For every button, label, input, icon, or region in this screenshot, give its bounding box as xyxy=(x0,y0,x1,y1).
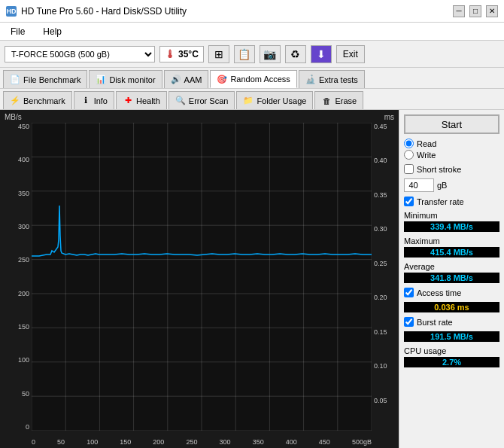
stroke-unit: gB xyxy=(437,181,447,190)
tab-aam-label: AAM xyxy=(184,75,202,84)
tab-row-1: 📄 File Benchmark 📊 Disk monitor 🔊 AAM 🎯 … xyxy=(0,68,504,89)
write-radio[interactable] xyxy=(404,150,414,160)
maximize-button[interactable]: □ xyxy=(469,5,481,17)
transfer-rate-checkbox[interactable] xyxy=(404,197,414,206)
tab-erase-label: Erase xyxy=(335,96,357,105)
burst-rate-item: Burst rate xyxy=(404,317,499,327)
tab-disk-monitor[interactable]: 📊 Disk monitor xyxy=(89,70,162,88)
y-left-label: MB/s xyxy=(5,113,22,121)
aam-icon: 🔊 xyxy=(171,75,181,85)
y-right-040: 0.40 xyxy=(374,157,387,164)
average-value: 341.8 MB/s xyxy=(404,273,499,283)
close-button[interactable]: ✕ xyxy=(486,5,498,17)
window-title: HD Tune Pro 5.60 - Hard Disk/SSD Utility xyxy=(21,6,187,17)
tab-aam[interactable]: 🔊 AAM xyxy=(164,70,209,88)
transfer-rate-label: Transfer rate xyxy=(417,197,464,206)
toolbar-btn-3[interactable]: 📷 xyxy=(260,45,281,63)
toolbar-btn-2[interactable]: 📋 xyxy=(234,45,255,63)
y-left-200: 200 xyxy=(18,290,29,297)
x-400: 400 xyxy=(286,438,297,446)
read-radio[interactable] xyxy=(404,139,414,148)
menu-bar: File Help xyxy=(0,23,504,41)
x-axis: 0 50 100 150 200 250 300 350 400 450 500… xyxy=(32,438,372,446)
x-50: 50 xyxy=(57,438,65,446)
x-200: 200 xyxy=(153,438,164,446)
tab-extra-tests-label: Extra tests xyxy=(319,75,358,84)
start-button[interactable]: Start xyxy=(404,114,499,134)
benchmark-icon: ⚡ xyxy=(10,96,20,106)
y-left-50: 50 xyxy=(22,390,29,398)
erase-icon: 🗑 xyxy=(321,96,332,106)
short-stroke-checkbox[interactable] xyxy=(404,164,414,174)
tab-folder-usage[interactable]: 📁 Folder Usage xyxy=(236,91,313,109)
disk-monitor-icon: 📊 xyxy=(96,75,106,85)
write-radio-label[interactable]: Write xyxy=(404,150,499,160)
health-icon: ✚ xyxy=(123,96,133,106)
maximum-section: Maximum 415.4 MB/s xyxy=(404,236,499,258)
temperature-display: 🌡 35°C xyxy=(159,46,204,62)
toolbar-btn-5[interactable]: ⬇ xyxy=(311,45,332,63)
tab-file-benchmark[interactable]: 📄 File Benchmark xyxy=(3,70,87,88)
access-time-checkbox[interactable] xyxy=(404,288,414,297)
access-time-value: 0.036 ms xyxy=(404,302,499,312)
y-right-005: 0.05 xyxy=(374,397,387,404)
info-icon: ℹ xyxy=(80,96,91,106)
burst-rate-checkbox[interactable] xyxy=(404,317,414,327)
y-right-035: 0.35 xyxy=(374,191,387,199)
y-right-010: 0.10 xyxy=(374,362,387,370)
tab-benchmark[interactable]: ⚡ Benchmark xyxy=(3,91,72,109)
burst-rate-label: Burst rate xyxy=(417,318,453,327)
chart-svg xyxy=(32,123,372,431)
main-content: MB/s ms 450 400 350 300 250 200 150 100 … xyxy=(0,110,504,448)
x-150: 150 xyxy=(120,438,131,446)
y-left-400: 400 xyxy=(18,156,29,163)
exit-button[interactable]: Exit xyxy=(336,45,365,63)
title-bar-controls: ─ □ ✕ xyxy=(453,5,498,17)
access-time-label: Access time xyxy=(417,288,461,297)
tab-info[interactable]: ℹ Info xyxy=(74,91,114,109)
x-250: 250 xyxy=(186,438,197,446)
y-left-150: 150 xyxy=(18,323,29,331)
tab-error-scan[interactable]: 🔍 Error Scan xyxy=(169,91,235,109)
tab-extra-tests[interactable]: 🔬 Extra tests xyxy=(299,70,365,88)
folder-usage-icon: 📁 xyxy=(243,96,254,106)
drive-select[interactable]: T-FORCE 500GB (500 gB) xyxy=(5,46,155,62)
maximum-value: 415.4 MB/s xyxy=(404,247,499,258)
y-left-0: 0 xyxy=(26,423,29,431)
access-time-item: Access time xyxy=(404,288,499,297)
y-left-450: 450 xyxy=(18,123,29,130)
toolbar: T-FORCE 500GB (500 gB) 🌡 35°C ⊞ 📋 📷 ♻ ⬇ … xyxy=(0,41,504,68)
chart-area: MB/s ms 450 400 350 300 250 200 150 100 … xyxy=(0,110,399,448)
tab-health-label: Health xyxy=(136,96,160,105)
toolbar-btn-1[interactable]: ⊞ xyxy=(208,45,229,63)
app-icon: HD xyxy=(6,6,17,17)
x-100: 100 xyxy=(87,438,98,446)
y-left-350: 350 xyxy=(18,190,29,197)
tab-folder-usage-label: Folder Usage xyxy=(257,96,306,105)
tab-random-access-label: Random Access xyxy=(230,75,290,84)
tab-info-label: Info xyxy=(94,96,108,105)
x-300: 300 xyxy=(220,438,231,446)
average-section: Average 341.8 MB/s xyxy=(404,262,499,283)
menu-help[interactable]: Help xyxy=(40,26,65,38)
read-radio-label[interactable]: Read xyxy=(404,139,499,148)
tab-health[interactable]: ✚ Health xyxy=(116,91,167,109)
title-bar-left: HD HD Tune Pro 5.60 - Hard Disk/SSD Util… xyxy=(6,6,187,17)
read-label: Read xyxy=(417,139,436,148)
short-stroke-row: gB xyxy=(404,178,499,192)
short-stroke-label: Short stroke xyxy=(417,165,461,174)
minimum-label: Minimum xyxy=(404,211,499,220)
x-350: 350 xyxy=(253,438,264,446)
stroke-value-input[interactable] xyxy=(404,178,434,192)
x-500: 500gB xyxy=(352,438,372,446)
minimize-button[interactable]: ─ xyxy=(453,5,465,17)
tab-benchmark-label: Benchmark xyxy=(23,96,65,105)
y-axis-left: 450 400 350 300 250 200 150 100 50 0 xyxy=(3,123,32,431)
chart-plot xyxy=(32,123,372,431)
extra-tests-icon: 🔬 xyxy=(305,75,316,85)
toolbar-btn-4[interactable]: ♻ xyxy=(285,45,306,63)
error-scan-icon: 🔍 xyxy=(175,96,186,106)
tab-erase[interactable]: 🗑 Erase xyxy=(314,91,363,109)
tab-random-access[interactable]: 🎯 Random Access xyxy=(210,70,296,88)
menu-file[interactable]: File xyxy=(8,26,28,38)
